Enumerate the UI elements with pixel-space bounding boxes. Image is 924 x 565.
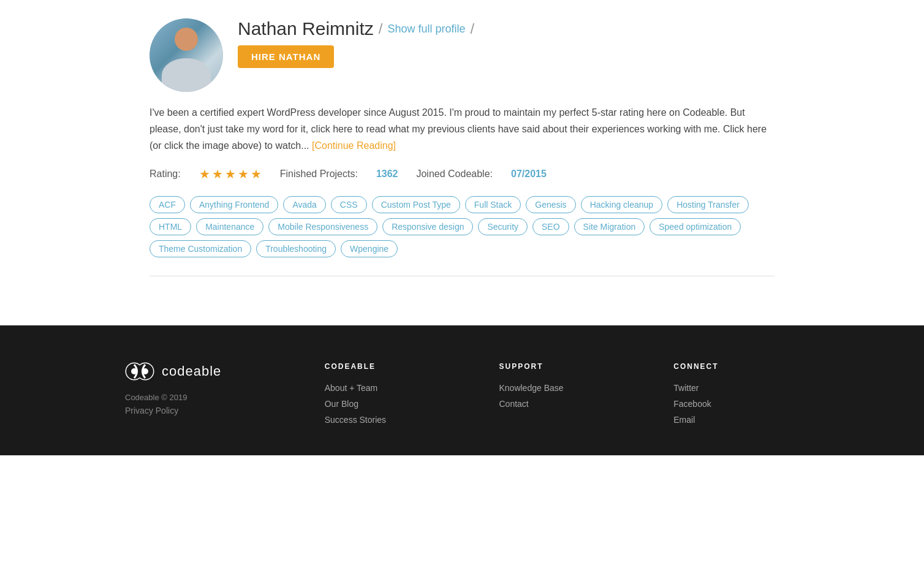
star-3: ★ <box>225 167 236 181</box>
joined-value: 07/2015 <box>511 169 547 180</box>
profile-divider <box>150 276 774 276</box>
star-2: ★ <box>212 167 223 181</box>
separator-2: / <box>471 20 475 37</box>
hire-button[interactable]: HIRE NATHAN <box>238 45 334 68</box>
svg-point-5 <box>142 368 148 374</box>
footer-copyright: Codeable © 2019 <box>125 393 276 402</box>
profile-name: Nathan Reimnitz <box>238 18 374 39</box>
footer-link-about-+-team[interactable]: About + Team <box>325 383 450 393</box>
tag-full-stack[interactable]: Full Stack <box>465 196 521 213</box>
finished-projects-label: Finished Projects: <box>280 169 358 180</box>
star-1: ★ <box>199 167 210 181</box>
tag-custom-post-type[interactable]: Custom Post Type <box>372 196 460 213</box>
tag-responsive-design[interactable]: Responsive design <box>382 218 473 235</box>
privacy-link[interactable]: Privacy Policy <box>125 406 178 415</box>
tag-security[interactable]: Security <box>478 218 528 235</box>
footer-brand: codeable Codeable © 2019 Privacy Policy <box>125 362 276 431</box>
footer-link-our-blog[interactable]: Our Blog <box>325 399 450 409</box>
rating-label: Rating: <box>150 169 181 180</box>
star-4: ★ <box>238 167 249 181</box>
footer-link-contact[interactable]: Contact <box>499 399 624 409</box>
profile-header: Nathan Reimnitz / Show full profile / HI… <box>150 18 774 92</box>
continue-reading-link[interactable]: [Continue Reading] <box>312 140 396 151</box>
footer-logo-text: codeable <box>162 363 221 379</box>
joined-label: Joined Codeable: <box>416 169 493 180</box>
tags-container: ACFAnything FrontendAvadaCSSCustom Post … <box>150 196 774 257</box>
tag-css[interactable]: CSS <box>331 196 367 213</box>
avatar <box>150 18 223 92</box>
avatar-container <box>150 18 223 92</box>
footer-link-email[interactable]: Email <box>673 415 799 425</box>
tag-site-migration[interactable]: Site Migration <box>574 218 645 235</box>
star-5: ★ <box>251 167 262 181</box>
tag-theme-customization[interactable]: Theme Customization <box>150 240 251 257</box>
footer-col-connect: CONNECTTwitterFacebookEmail <box>673 362 799 431</box>
tag-wpengine[interactable]: Wpengine <box>341 240 398 257</box>
tag-speed-optimization[interactable]: Speed optimization <box>649 218 741 235</box>
footer: codeable Codeable © 2019 Privacy Policy … <box>0 325 924 455</box>
separator-1: / <box>379 20 383 37</box>
footer-link-success-stories[interactable]: Success Stories <box>325 415 450 425</box>
svg-point-4 <box>131 368 137 374</box>
footer-inner: codeable Codeable © 2019 Privacy Policy … <box>125 362 799 431</box>
tag-acf[interactable]: ACF <box>150 196 185 213</box>
footer-privacy: Privacy Policy <box>125 406 276 415</box>
bio-text: I've been a certified expert WordPress d… <box>150 104 774 154</box>
footer-col-title-2: CONNECT <box>673 362 799 371</box>
bio-content: I've been a certified expert WordPress d… <box>150 107 767 151</box>
profile-name-row: Nathan Reimnitz / Show full profile / <box>238 18 474 39</box>
footer-link-knowledge-base[interactable]: Knowledge Base <box>499 383 624 393</box>
footer-link-twitter[interactable]: Twitter <box>673 383 799 393</box>
tag-seo[interactable]: SEO <box>532 218 569 235</box>
stars: ★ ★ ★ ★ ★ <box>199 167 262 181</box>
tag-hosting-transfer[interactable]: Hosting Transfer <box>667 196 749 213</box>
footer-col-title-1: SUPPORT <box>499 362 624 371</box>
avatar-image <box>150 18 223 92</box>
codeable-logo-icon <box>125 362 154 381</box>
tag-troubleshooting[interactable]: Troubleshooting <box>256 240 336 257</box>
footer-link-facebook[interactable]: Facebook <box>673 399 799 409</box>
main-content: Nathan Reimnitz / Show full profile / HI… <box>125 0 799 325</box>
profile-info: Nathan Reimnitz / Show full profile / HI… <box>238 18 474 68</box>
finished-projects-value: 1362 <box>376 169 398 180</box>
footer-col-title-0: CODEABLE <box>325 362 450 371</box>
footer-logo: codeable <box>125 362 276 381</box>
footer-col-codeable: CODEABLEAbout + TeamOur BlogSuccess Stor… <box>325 362 450 431</box>
tag-mobile-responsiveness[interactable]: Mobile Responsiveness <box>268 218 377 235</box>
tag-genesis[interactable]: Genesis <box>526 196 575 213</box>
tag-hacking-cleanup[interactable]: Hacking cleanup <box>581 196 663 213</box>
tag-avada[interactable]: Avada <box>283 196 325 213</box>
show-profile-link[interactable]: Show full profile <box>387 23 465 36</box>
tag-maintenance[interactable]: Maintenance <box>196 218 263 235</box>
tag-anything-frontend[interactable]: Anything Frontend <box>190 196 278 213</box>
stats-row: Rating: ★ ★ ★ ★ ★ Finished Projects: 136… <box>150 167 774 181</box>
footer-col-support: SUPPORTKnowledge BaseContact <box>499 362 624 431</box>
tag-html[interactable]: HTML <box>150 218 191 235</box>
